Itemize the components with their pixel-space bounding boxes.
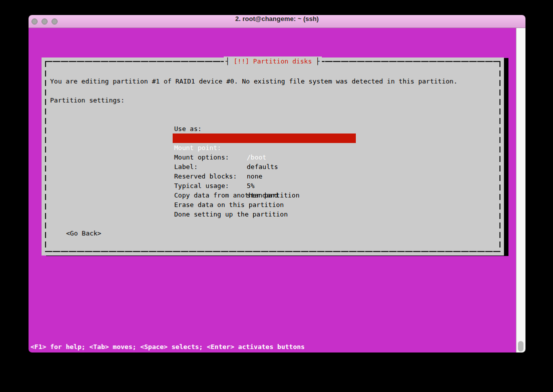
- scrollbar-thumb[interactable]: [518, 341, 523, 352]
- dialog-border-bottom: [45, 251, 500, 252]
- menu-item-label: Typical usage:: [174, 181, 229, 190]
- window-titlebar[interactable]: 2. root@changeme: ~ (ssh): [29, 15, 525, 28]
- menu-item-mount-options[interactable]: Mount options: defaults: [173, 143, 356, 152]
- menu-item-done-setting-up[interactable]: Done setting up the partition: [174, 210, 288, 219]
- menu-item-typical-usage[interactable]: Typical usage: standard: [173, 172, 356, 181]
- partition-dialog: ┤ [!!] Partition disks ├ You are editing…: [42, 58, 504, 256]
- help-bar: <F1> for help; <Tab> moves; <Space> sele…: [31, 342, 305, 352]
- dialog-border-right: [499, 61, 500, 252]
- dialog-title-bar: ┤ [!!] Partition disks ├: [224, 56, 322, 66]
- go-back-button[interactable]: <Go Back>: [66, 228, 101, 238]
- section-label: Partition settings:: [50, 96, 125, 105]
- terminal-window: 2. root@changeme: ~ (ssh) ┤ [!!] Partiti…: [29, 15, 525, 352]
- border-tee-right-icon: ├: [312, 58, 320, 65]
- menu-item-erase-data[interactable]: Erase data on this partition: [174, 200, 284, 210]
- intro-text: You are editing partition #1 of RAID1 de…: [50, 76, 457, 86]
- dialog-title: [!!] Partition disks: [234, 58, 312, 65]
- menu-item-reserved-blocks[interactable]: Reserved blocks: 5%: [173, 162, 356, 172]
- menu-item-use-as[interactable]: Use as: Ext4 journaling file system: [173, 114, 356, 124]
- scrollbar[interactable]: [516, 28, 525, 352]
- menu-item-copy-data[interactable]: Copy data from another partition: [174, 190, 299, 200]
- dialog-border-left: [45, 61, 46, 252]
- menu-item-value: 5%: [247, 181, 255, 190]
- menu-item-label: Use as:: [174, 124, 202, 134]
- window-content: ┤ [!!] Partition disks ├ You are editing…: [29, 28, 525, 352]
- menu-item-mount-point[interactable]: Mount point: /boot: [173, 134, 356, 143]
- menu-item-label-setting[interactable]: Label: none: [173, 152, 356, 162]
- border-tee-left-icon: ┤: [226, 58, 234, 65]
- window-title: 2. root@changeme: ~ (ssh): [29, 15, 525, 28]
- terminal-screen: ┤ [!!] Partition disks ├ You are editing…: [29, 28, 516, 352]
